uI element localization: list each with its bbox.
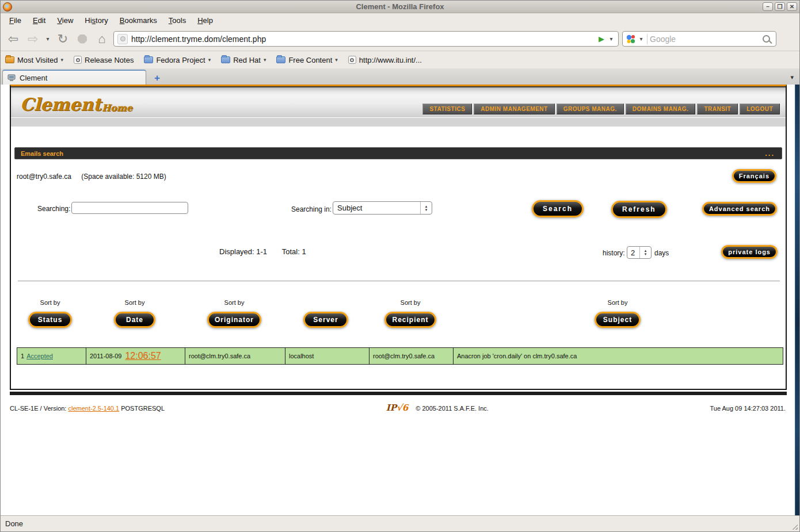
bookmark-release-notes[interactable]: Release Notes xyxy=(74,56,134,64)
cell-subject: Anacron job 'cron.daily' on clm.try0.saf… xyxy=(454,348,783,364)
menu-tools[interactable]: Tools xyxy=(163,14,191,26)
sort-by-label: Sort by xyxy=(14,299,86,312)
search-icon[interactable] xyxy=(763,35,770,43)
nav-logout-button[interactable]: LOGOUT xyxy=(740,104,780,114)
url-input[interactable] xyxy=(131,35,595,44)
clement-page: Clement Home STATISTICS ADMIN MANAGEMENT… xyxy=(10,85,787,390)
url-bar[interactable]: ▶ ▾ xyxy=(113,31,619,47)
menu-edit[interactable]: Edit xyxy=(28,14,51,26)
folder-icon xyxy=(276,56,285,63)
date-value: 2011-08-09 xyxy=(90,353,121,359)
bookmark-red-hat[interactable]: Red Hat ▾ xyxy=(221,56,266,64)
tab-clement[interactable]: Clement xyxy=(2,70,146,85)
account-line: root@try0.safe.ca (Space available: 5120… xyxy=(17,173,166,181)
go-icon[interactable]: ▶ xyxy=(599,35,604,43)
forward-icon: ⇨ xyxy=(25,31,41,47)
bookmark-itu[interactable]: http://www.itu.int/... xyxy=(348,56,422,64)
folder-icon xyxy=(221,56,230,63)
stop-icon xyxy=(78,35,87,44)
sort-date-button[interactable]: Date xyxy=(114,312,155,328)
minimize-button[interactable]: – xyxy=(763,2,773,11)
back-icon[interactable]: ⇦ xyxy=(5,31,21,47)
emails-search-panel: Emails search ... root@try0.safe.ca (Spa… xyxy=(11,127,786,389)
nav-groups-manag-button[interactable]: GROUPS MANAG. xyxy=(557,104,624,114)
titlebar: Clement - Mozilla Firefox – ❐ ✕ xyxy=(1,1,799,13)
row-number: 1 xyxy=(21,353,24,359)
history-spinner[interactable]: 2 ▴▾ xyxy=(627,246,652,259)
web-search-input[interactable] xyxy=(650,35,760,44)
history-label: history: xyxy=(603,249,625,257)
divider xyxy=(18,281,780,281)
select-spinner-icon[interactable]: ▴▾ xyxy=(420,202,432,214)
engine-dropdown-icon[interactable]: ▾ xyxy=(638,36,645,42)
navigation-toolbar: ⇦ ⇨ ▾ ↻ ⌂ ▶ ▾ ▾ xyxy=(1,27,799,51)
page-footer: CL-SE-1E / Version: clement-2.5-140.1 PO… xyxy=(10,403,786,413)
page-viewport: Clement Home STATISTICS ADMIN MANAGEMENT… xyxy=(1,85,799,515)
resize-grip-icon[interactable] xyxy=(791,523,798,530)
sort-subject-button[interactable]: Subject xyxy=(595,312,641,328)
history-value: 2 xyxy=(627,248,639,257)
panel-options-icon[interactable]: ... xyxy=(765,149,782,158)
footer-version-prefix: CL-SE-1E / Version: xyxy=(10,405,68,412)
cell-originator: root@clm.try0.safe.ca xyxy=(185,348,285,364)
google-engine-icon[interactable] xyxy=(626,35,635,44)
sort-server-block: Server xyxy=(290,299,361,328)
maximize-button[interactable]: ❐ xyxy=(775,2,785,11)
bookmark-fedora-project[interactable]: Fedora Project ▾ xyxy=(144,56,211,64)
private-logs-button[interactable]: private logs xyxy=(721,245,778,259)
tab-label: Clement xyxy=(20,74,47,82)
nav-admin-management-button[interactable]: ADMIN MANAGEMENT xyxy=(474,104,554,114)
folder-icon xyxy=(5,56,14,63)
menu-view[interactable]: View xyxy=(52,14,78,26)
chevron-down-icon: ▾ xyxy=(208,57,211,63)
searching-in-select[interactable]: Subject ▴▾ xyxy=(333,201,432,215)
menu-history[interactable]: History xyxy=(79,14,113,26)
bookmarks-toolbar: Most Visited ▾ Release Notes Fedora Proj… xyxy=(1,51,799,68)
sort-originator-button[interactable]: Originator xyxy=(207,312,261,328)
new-tab-icon[interactable]: + xyxy=(154,73,160,83)
nav-transit-button[interactable]: TRANSIT xyxy=(697,104,738,114)
cell-status: 1 Accepted xyxy=(17,348,86,364)
chevron-down-icon: ▾ xyxy=(61,57,64,63)
search-input[interactable] xyxy=(71,202,188,214)
menu-file[interactable]: File xyxy=(4,14,26,26)
home-icon[interactable]: ⌂ xyxy=(94,31,110,47)
cell-recipient: root@clm.try0.safe.ca xyxy=(369,348,454,364)
sort-server-button[interactable]: Server xyxy=(303,312,348,328)
cell-date: 2011-08-09 12:06:57 xyxy=(86,348,185,364)
advanced-search-button[interactable]: Advanced search xyxy=(702,202,777,216)
menu-bookmarks[interactable]: Bookmarks xyxy=(115,14,162,26)
site-header: Clement Home STATISTICS ADMIN MANAGEMENT… xyxy=(11,86,786,117)
tab-favicon xyxy=(7,74,16,82)
sort-by-label: Sort by xyxy=(99,299,170,312)
status-link[interactable]: Accepted xyxy=(26,353,53,359)
site-favicon xyxy=(117,34,128,44)
history-chevron-icon[interactable]: ▾ xyxy=(44,36,51,42)
results-table: 1 Accepted 2011-08-09 12:06:57 root@clm.… xyxy=(17,347,783,365)
url-dropdown-icon[interactable]: ▾ xyxy=(608,36,615,42)
sort-status-button[interactable]: Status xyxy=(28,312,73,328)
francais-button[interactable]: Français xyxy=(732,169,776,183)
folder-icon xyxy=(144,56,153,63)
tab-list-icon[interactable]: ▾ xyxy=(790,74,794,81)
reload-icon[interactable]: ↻ xyxy=(55,31,71,47)
page-title: Home xyxy=(102,102,132,113)
bookmark-most-visited[interactable]: Most Visited ▾ xyxy=(5,56,63,64)
sort-recipient-button[interactable]: Recipient xyxy=(384,312,436,328)
menu-help[interactable]: Help xyxy=(192,14,218,26)
close-button[interactable]: ✕ xyxy=(787,2,797,11)
header-band xyxy=(11,117,786,127)
version-link[interactable]: clement-2.5-140.1 xyxy=(68,405,120,412)
copyright: © 2005-2011 S.A.F.E. Inc. xyxy=(416,405,489,412)
history-spinner-icon[interactable]: ▴▾ xyxy=(639,247,651,258)
refresh-button[interactable]: Refresh xyxy=(611,201,667,218)
window-title: Clement - Mozilla Firefox xyxy=(1,2,799,11)
chevron-down-icon: ▾ xyxy=(335,57,338,63)
search-button[interactable]: Search xyxy=(532,200,584,217)
web-search-box[interactable]: ▾ xyxy=(622,31,776,47)
nav-domains-manag-button[interactable]: DOMAINS MANAG. xyxy=(626,104,696,114)
bookmark-free-content[interactable]: Free Content ▾ xyxy=(276,56,337,64)
time-link[interactable]: 12:06:57 xyxy=(125,351,161,361)
nav-statistics-button[interactable]: STATISTICS xyxy=(422,104,472,114)
results-count: Displayed: 1-1 Total: 1 xyxy=(219,247,306,256)
